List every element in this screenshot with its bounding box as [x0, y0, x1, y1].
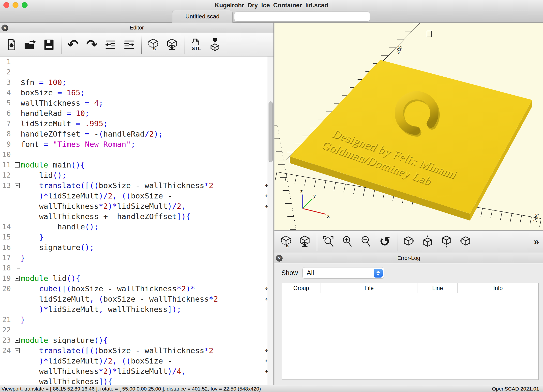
fold-marker[interactable] — [14, 335, 21, 345]
fold-marker — [14, 67, 21, 77]
zoom-out-button[interactable] — [358, 232, 374, 251]
fold-marker[interactable] — [14, 345, 21, 356]
column-header-info[interactable]: Info — [458, 283, 538, 293]
fold-marker — [14, 252, 21, 263]
code-row[interactable]: wallThickness + -handleZOffset]){ — [0, 211, 273, 222]
y-axis-200-label: 200 — [394, 44, 404, 55]
code-row[interactable]: 3$fn = 100; — [0, 77, 273, 87]
code-row[interactable]: )*lidSizeMult)/2, ((boxSize -↩ — [0, 356, 273, 366]
view-left-icon — [458, 236, 472, 248]
vp-preview-button[interactable]: » — [278, 232, 294, 251]
fold-marker — [14, 283, 21, 294]
toolbar-separator — [397, 233, 397, 251]
preview-icon: » — [280, 235, 292, 248]
code-row[interactable]: 13 translate([((boxSize - wallThickness*… — [0, 180, 273, 191]
fold-marker — [14, 211, 21, 222]
view-top-button[interactable] — [420, 232, 436, 251]
tab-untitled[interactable]: Untitled.scad — [172, 10, 233, 23]
view-bottom-button[interactable] — [438, 232, 454, 251]
code-row[interactable]: 22 — [0, 325, 273, 335]
save-icon — [43, 39, 55, 51]
code-row[interactable]: 17} — [0, 252, 273, 263]
zoom-out-icon — [360, 236, 372, 248]
code-editor[interactable]: 123$fn = 100;4boxSize = 165;5wallThickne… — [0, 56, 273, 385]
view-left-button[interactable] — [457, 232, 473, 251]
code-row[interactable]: )*lidSizeMult, wallThickness]); — [0, 304, 273, 314]
editor-toolbar: ↶ ↷ — [0, 33, 273, 56]
code-row[interactable]: 24 translate([((boxSize - wallThickness*… — [0, 345, 273, 356]
code-row[interactable]: wallThickness]){ — [0, 376, 273, 385]
zoom-all-button[interactable] — [321, 232, 337, 251]
undo-button[interactable]: ↶ — [65, 35, 81, 54]
fold-marker — [14, 314, 21, 325]
viewport-canvas[interactable]: 200 200 — [274, 23, 543, 230]
editor-scrollbar-thumb[interactable] — [269, 101, 273, 162]
error-log-title: Error-Log — [274, 253, 543, 263]
code-row[interactable]: 19module lid(){ — [0, 273, 273, 283]
axis-triad: z y x — [300, 189, 330, 219]
indent-button[interactable] — [121, 35, 137, 54]
print-3d-button[interactable] — [207, 35, 223, 54]
render-button[interactable] — [164, 35, 180, 54]
column-header-group[interactable]: Group — [282, 283, 320, 293]
status-bar: Viewport: translate = [ 86.15 52.89 16.4… — [0, 385, 543, 392]
reset-view-button[interactable]: ↺ — [377, 232, 393, 251]
code-row[interactable]: 10 — [0, 149, 273, 160]
code-row[interactable]: 9font = "Times New Roman"; — [0, 139, 273, 149]
unindent-button[interactable] — [102, 35, 119, 54]
code-row[interactable]: 15 } — [0, 232, 273, 242]
toolbar-overflow-button[interactable]: » — [534, 236, 539, 247]
code-row[interactable]: 21} — [0, 314, 273, 325]
show-filter-dropdown[interactable]: All — [302, 267, 384, 279]
open-file-button[interactable] — [22, 35, 38, 54]
viewport-3d[interactable]: 200 200 — [274, 23, 543, 230]
preview-button[interactable]: » — [145, 35, 161, 54]
code-row[interactable]: 6handleRad = 10; — [0, 108, 273, 118]
toolbar-separator — [61, 36, 61, 54]
fold-marker[interactable] — [14, 273, 21, 283]
redo-button[interactable]: ↷ — [84, 35, 100, 54]
preview-icon: » — [147, 38, 160, 51]
code-row[interactable]: 2 — [0, 67, 273, 77]
code-row[interactable]: 23module signature(){ — [0, 335, 273, 345]
zoom-in-button[interactable] — [339, 232, 356, 251]
fold-marker — [14, 222, 21, 232]
fold-marker — [14, 376, 21, 385]
fold-marker[interactable] — [14, 160, 21, 170]
render-icon — [298, 235, 311, 248]
view-right-button[interactable] — [401, 232, 417, 251]
code-row[interactable]: wallThickness*2)*lidSizeMult)/2,↩ — [0, 201, 273, 211]
vp-render-button[interactable] — [297, 232, 313, 251]
code-row[interactable]: 5wallThickness = 4; — [0, 98, 273, 108]
code-row[interactable]: 4boxSize = 165; — [0, 87, 273, 98]
column-header-line[interactable]: Line — [418, 283, 458, 293]
code-row[interactable]: 8handleZOffset = -(handleRad/2); — [0, 129, 273, 139]
error-log-table-header: Group File Line Info — [282, 283, 538, 293]
code-row[interactable]: 20 cube([(boxSize - wallThickness*2)*↩ — [0, 283, 273, 294]
code-row[interactable]: 11module main(){ — [0, 160, 273, 170]
export-stl-button[interactable]: STL — [188, 35, 204, 54]
fold-marker — [14, 366, 21, 376]
code-row[interactable]: 16 signature(); — [0, 242, 273, 252]
column-header-file[interactable]: File — [320, 283, 418, 293]
code-row[interactable]: 18 — [0, 263, 273, 273]
fold-marker — [14, 201, 21, 211]
editor-pane: Editor — [0, 23, 274, 385]
tab-bar-input[interactable] — [234, 12, 370, 22]
fold-marker[interactable] — [14, 180, 21, 191]
editor-scrollbar[interactable] — [268, 56, 273, 385]
code-row[interactable]: wallThickness*2)*lidSizeMult)/4,↩ — [0, 366, 273, 376]
view-top-icon — [422, 235, 434, 248]
code-row[interactable]: 12 lid(); — [0, 170, 273, 180]
code-row[interactable]: )*lidSizeMult)/2, ((boxSize -↩ — [0, 191, 273, 201]
code-row[interactable]: 14 handle(); — [0, 222, 273, 232]
code-row[interactable]: lidSizeMult, (boxSize - wallThickness*2↩ — [0, 294, 273, 304]
editor-panel-title: Editor — [0, 23, 273, 33]
code-row[interactable]: 1 — [0, 56, 273, 67]
fold-marker — [14, 77, 21, 87]
save-button[interactable] — [41, 35, 57, 54]
code-row[interactable]: 7lidSizeMult = .995; — [0, 118, 273, 129]
new-file-button[interactable] — [3, 35, 20, 54]
z-axis-ruler — [274, 126, 296, 229]
fold-marker — [14, 87, 21, 98]
